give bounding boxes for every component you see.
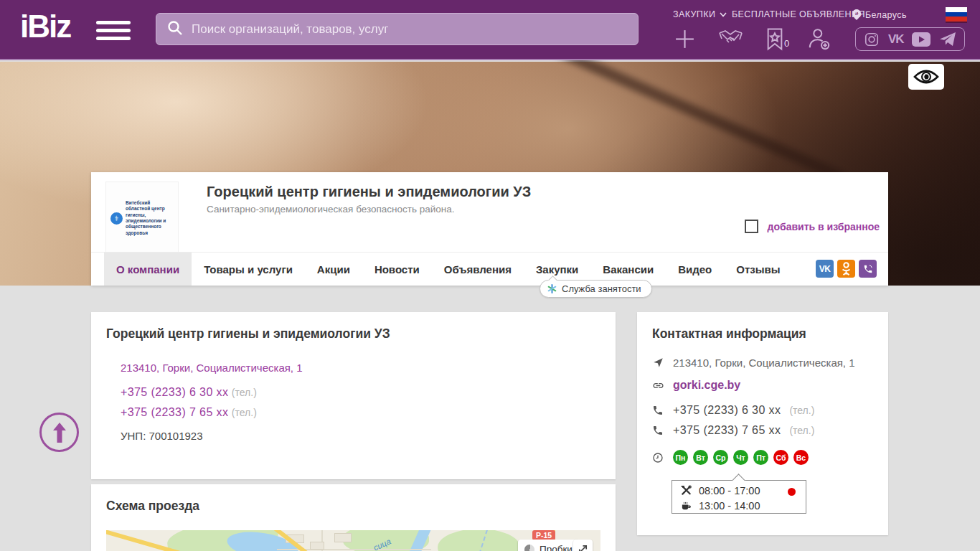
company-subtitle: Санитарно-эпидемиологическая безопасност…	[207, 204, 455, 215]
russia-flag-icon[interactable]	[946, 7, 967, 22]
traffic-button[interactable]: Пробки	[518, 540, 579, 551]
phone-note: (тел.)	[232, 407, 257, 418]
map-canvas[interactable]: сица Р-15 Пробки	[106, 530, 600, 551]
about-phone-1[interactable]: +375 (2233) 6 30 xx	[121, 386, 228, 398]
tools-icon	[681, 485, 692, 496]
nav-zakupki[interactable]: ЗАКУПКИ	[673, 9, 727, 19]
location-pin-icon	[852, 9, 861, 20]
contact-info-card: Контактная информация 213410, Горки, Соц…	[637, 312, 888, 535]
contact-phone-2: +375 (2233) 7 65 xx	[673, 424, 781, 437]
contact-phone-1: +375 (2233) 6 30 xx	[673, 404, 781, 417]
page: iBiz ЗАКУПКИ БЕСПЛАТНЫЕ ОБЪЯВЛЕНИЯ Белар…	[0, 0, 980, 551]
link-icon	[651, 380, 664, 392]
day-badge[interactable]: Пт	[753, 450, 768, 465]
site-logo[interactable]: iBiz	[20, 9, 70, 44]
company-title: Горецкий центр гигиены и эпидемиологии У…	[207, 184, 531, 200]
day-badge[interactable]: Сб	[773, 450, 788, 465]
map-heading: Схема проезда	[106, 499, 199, 514]
favorites-count: 0	[784, 38, 789, 49]
search-bar	[156, 13, 639, 45]
tab-reviews[interactable]: Отзывы	[724, 253, 792, 286]
phone-note: (тел.)	[789, 425, 814, 436]
vk-share-button[interactable]: VK	[816, 260, 834, 278]
company-social-buttons: VK	[816, 260, 877, 278]
phone-note: (тел.)	[789, 405, 814, 416]
nav-country[interactable]: Беларусь	[852, 9, 907, 20]
add-company-icon[interactable]	[673, 27, 697, 54]
map-expand-button[interactable]	[573, 540, 593, 551]
tab-video[interactable]: Видео	[666, 253, 724, 286]
favorite-checkbox[interactable]	[745, 220, 758, 233]
expand-icon	[578, 544, 588, 551]
tab-about[interactable]: О компании	[104, 253, 192, 286]
work-hours: 08:00 - 17:00	[699, 485, 760, 496]
about-heading: Горецкий центр гигиены и эпидемиологии У…	[106, 326, 390, 342]
tab-ads[interactable]: Объявления	[432, 253, 524, 286]
menu-icon[interactable]	[96, 21, 131, 41]
working-hours-popup: 08:00 - 17:00 13:00 - 14:00	[672, 480, 806, 514]
coffee-cup-icon	[681, 500, 692, 511]
tab-products[interactable]: Товары и услуги	[192, 253, 305, 286]
search-icon	[166, 19, 184, 39]
break-hours: 13:00 - 14:00	[699, 500, 760, 512]
vacancy-tooltip: Служба занятости	[540, 280, 652, 298]
vk-icon[interactable]: VK	[888, 32, 904, 47]
arrow-up-icon	[52, 423, 67, 443]
favorites-bookmark-icon[interactable]	[765, 27, 785, 54]
employment-service-icon	[547, 284, 557, 293]
company-logo: ⚕ Витебский областной центр гигиены, эпи…	[105, 182, 179, 255]
about-address-link[interactable]: 213410, Горки, Социалистическая, 1	[121, 362, 303, 374]
header-social-links: VK	[855, 27, 965, 51]
clock-icon	[651, 452, 664, 463]
closed-now-indicator	[788, 488, 796, 496]
company-logo-caption: Витебский областной центр гигиены, эпиде…	[126, 200, 174, 237]
profile-add-icon[interactable]	[806, 27, 831, 54]
chevron-down-icon	[720, 12, 727, 17]
day-badge[interactable]: Вс	[793, 450, 809, 465]
telegram-icon[interactable]	[939, 32, 956, 47]
tab-promos[interactable]: Акции	[305, 253, 362, 286]
search-input[interactable]	[192, 22, 628, 37]
phone-icon	[651, 405, 664, 416]
viber-button[interactable]	[859, 260, 877, 278]
company-website-link[interactable]: gorki.cge.by	[673, 379, 740, 392]
about-phone-2[interactable]: +375 (2233) 7 65 xx	[121, 406, 228, 418]
ok-share-button[interactable]	[837, 260, 855, 278]
instagram-icon[interactable]	[864, 32, 880, 47]
day-badge[interactable]: Ср	[713, 450, 728, 465]
add-to-favorites[interactable]: добавить в избранное	[745, 220, 880, 233]
contact-heading: Контактная информация	[652, 326, 806, 342]
road-badge: Р-15	[532, 530, 555, 540]
company-card: ⚕ Витебский областной центр гигиены, эпи…	[91, 172, 888, 286]
nav-free-ads[interactable]: БЕСПЛАТНЫЕ ОБЪЯВЛЕНИЯ	[732, 9, 865, 19]
contact-address: 213410, Горки, Социалистическая, 1	[673, 357, 855, 369]
vacancy-tooltip-label: Служба занятости	[562, 283, 641, 294]
about-card: Горецкий центр гигиены и эпидемиологии У…	[91, 312, 616, 479]
handshake-icon[interactable]	[717, 29, 744, 53]
youtube-icon[interactable]	[912, 32, 930, 47]
phone-icon	[651, 425, 664, 436]
back-to-top-button[interactable]	[39, 413, 79, 452]
accessibility-eye-button[interactable]	[908, 64, 944, 90]
company-unp: УНП: 700101923	[121, 430, 203, 442]
map-card: Схема проезда сица Р-15 Пробки	[91, 484, 616, 551]
day-badge[interactable]: Вт	[693, 450, 708, 465]
traffic-icon	[524, 545, 534, 551]
eye-icon	[913, 68, 939, 85]
day-badge[interactable]: Пн	[673, 450, 688, 465]
traffic-label: Пробки	[540, 544, 573, 551]
working-days: Пн Вт Ср Чт Пт Сб Вс	[673, 450, 809, 465]
tab-news[interactable]: Новости	[362, 253, 432, 286]
phone-note: (тел.)	[232, 387, 257, 398]
favorite-label: добавить в избранное	[768, 221, 880, 232]
company-tabs: О компании Товары и услуги Акции Новости…	[91, 252, 888, 286]
company-logo-mark-icon: ⚕	[110, 212, 123, 225]
header: iBiz ЗАКУПКИ БЕСПЛАТНЫЕ ОБЪЯВЛЕНИЯ Белар…	[0, 0, 980, 60]
nav-arrow-icon	[651, 357, 664, 368]
day-badge-selected[interactable]: Чт	[733, 450, 748, 465]
